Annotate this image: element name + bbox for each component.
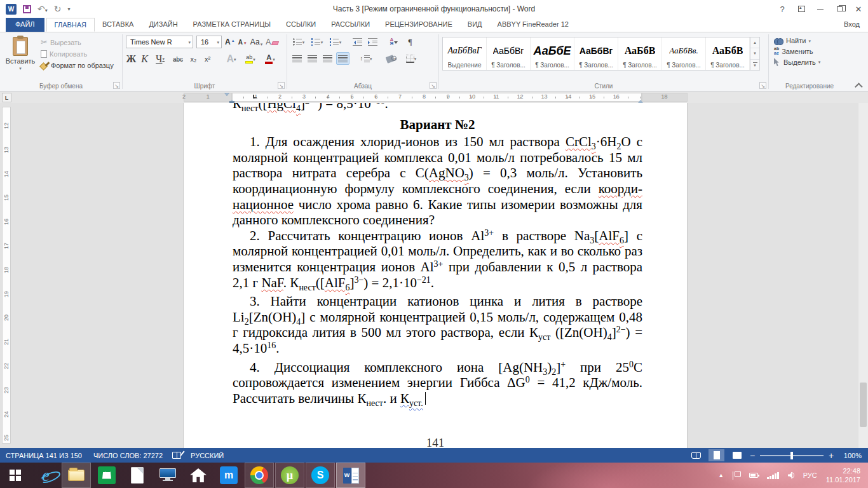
superscript-button[interactable]: x²: [202, 53, 213, 65]
ribbon-display-options-button[interactable]: [792, 1, 811, 17]
shading-button[interactable]: ▾: [383, 52, 400, 65]
shrink-font-button[interactable]: А▼: [238, 39, 247, 46]
proofing-status-icon[interactable]: [172, 452, 181, 459]
clear-formatting-button[interactable]: А: [266, 37, 278, 46]
align-center-button[interactable]: [306, 52, 319, 65]
undo-button[interactable]: ↶▾: [37, 4, 48, 13]
numbering-button[interactable]: ▾: [309, 36, 325, 48]
vertical-scrollbar[interactable]: [858, 103, 868, 448]
select-button[interactable]: Выделить▾: [772, 57, 847, 67]
customize-qat-button[interactable]: ▾: [67, 6, 70, 12]
tab-home[interactable]: ГЛАВНАЯ: [46, 18, 95, 32]
taskbar-chrome[interactable]: [245, 463, 273, 487]
document-page[interactable]: Кнест([HgCl4]2− ) = 8,5·10−16.Вариант №2…: [183, 103, 688, 448]
taskbar-explorer[interactable]: [62, 463, 90, 487]
action-center-icon[interactable]: [733, 471, 740, 480]
font-name-combobox[interactable]: Times New R▾: [126, 36, 193, 48]
tab-mailings[interactable]: РАССЫЛКИ: [323, 18, 377, 32]
paste-button[interactable]: Вставить ▾: [2, 35, 39, 81]
strikethrough-button[interactable]: abc: [171, 53, 185, 65]
justify-button[interactable]: [336, 52, 349, 65]
font-dialog-launcher[interactable]: ↘: [278, 82, 285, 89]
style-item[interactable]: АаБбВг¶ Заголов...: [487, 37, 531, 70]
taskbar-utorrent[interactable]: µ: [276, 463, 304, 487]
horizontal-ruler[interactable]: 211234567891011121314151618: [0, 92, 868, 103]
styles-expand-button[interactable]: ▼: [750, 60, 759, 70]
find-button[interactable]: Найти▾: [772, 36, 847, 45]
zoom-level[interactable]: 100%: [839, 452, 862, 459]
italic-button[interactable]: К: [140, 53, 149, 65]
tab-abbyy[interactable]: ABBYY FineReader 12: [490, 18, 576, 32]
grow-font-button[interactable]: А▲: [225, 37, 235, 46]
read-mode-button[interactable]: [688, 449, 704, 461]
clipboard-dialog-launcher[interactable]: ↘: [113, 82, 120, 89]
show-hidden-icons-button[interactable]: ▲: [718, 472, 724, 478]
battery-icon[interactable]: [749, 473, 758, 478]
font-size-combobox[interactable]: 16▾: [196, 36, 222, 48]
line-spacing-button[interactable]: ↕▾: [356, 52, 376, 65]
style-item[interactable]: АаБбВв.¶ Заголов...: [662, 37, 706, 70]
change-case-button[interactable]: Аа▾: [250, 37, 262, 46]
right-indent-marker[interactable]: [638, 97, 643, 103]
copy-button[interactable]: Копировать: [39, 50, 116, 58]
tab-stop-selector[interactable]: L: [2, 93, 11, 102]
save-button[interactable]: [23, 5, 31, 13]
volume-icon[interactable]: [788, 472, 794, 478]
network-signal-icon[interactable]: [767, 472, 779, 479]
close-button[interactable]: ✕: [849, 1, 868, 17]
replace-button[interactable]: abacЗаменить: [772, 46, 847, 56]
print-layout-button[interactable]: [709, 449, 724, 461]
paragraph-dialog-launcher[interactable]: ↘: [430, 82, 437, 89]
align-left-button[interactable]: [290, 52, 304, 65]
bullets-button[interactable]: ▾: [290, 36, 307, 48]
styles-scroll-up-button[interactable]: ▲: [750, 37, 759, 48]
styles-dialog-launcher[interactable]: ↘: [759, 82, 766, 89]
tab-insert[interactable]: ВСТАВКА: [95, 18, 141, 32]
tab-references[interactable]: ССЫЛКИ: [278, 18, 323, 32]
multilevel-list-button[interactable]: ▾: [327, 36, 344, 48]
taskbar-lenovo[interactable]: [154, 463, 182, 487]
redo-button[interactable]: ↻: [54, 4, 62, 13]
increase-indent-button[interactable]: [366, 36, 379, 48]
style-item[interactable]: АаБбВ¶ Заголов...: [706, 37, 750, 70]
styles-scroll-down-button[interactable]: ▼: [750, 48, 759, 59]
sort-button[interactable]: АЯ: [386, 36, 402, 48]
tab-view[interactable]: ВИД: [460, 18, 490, 32]
taskbar-skype[interactable]: S: [306, 463, 334, 487]
align-right-button[interactable]: [321, 52, 334, 65]
word-count-indicator[interactable]: ЧИСЛО СЛОВ: 27272: [88, 452, 168, 459]
zoom-slider[interactable]: [760, 455, 824, 456]
tab-page-layout[interactable]: РАЗМЕТКА СТРАНИЦЫ: [186, 18, 278, 32]
decrease-indent-button[interactable]: [351, 36, 364, 48]
subscript-button[interactable]: x₂: [188, 53, 199, 65]
first-line-indent-marker[interactable]: [224, 93, 229, 98]
underline-button[interactable]: Ч▾: [153, 53, 168, 65]
minimize-button[interactable]: [811, 1, 830, 17]
style-item[interactable]: АаБбВвГВыделение: [443, 37, 487, 70]
taskbar-maxthon[interactable]: m: [215, 463, 243, 487]
taskbar-ie[interactable]: e: [32, 463, 60, 487]
taskbar-word[interactable]: W: [337, 463, 365, 487]
style-item[interactable]: АаБбЕ¶ Заголов...: [531, 37, 574, 70]
clock[interactable]: 22:4811.01.2017: [826, 466, 860, 485]
format-painter-button[interactable]: Формат по образцу: [39, 61, 116, 70]
input-language-indicator[interactable]: РУС: [803, 471, 817, 479]
cut-button[interactable]: ✂Вырезать: [39, 37, 116, 47]
page-text[interactable]: Кнест([HgCl4]2− ) = 8,5·10−16.Вариант №2…: [233, 103, 642, 406]
zoom-slider-thumb[interactable]: [790, 452, 793, 459]
tab-file[interactable]: ФАЙЛ: [6, 18, 44, 32]
tab-design[interactable]: ДИЗАЙН: [141, 18, 185, 32]
scrollbar-thumb[interactable]: [860, 383, 867, 427]
highlight-color-button[interactable]: ab▾: [242, 53, 259, 65]
taskbar-store[interactable]: [93, 463, 121, 487]
language-indicator[interactable]: РУССКИЙ: [185, 452, 229, 459]
zoom-in-button[interactable]: +: [828, 451, 834, 461]
sign-in-link[interactable]: Вход: [844, 20, 860, 28]
vertical-ruler[interactable]: 1213141516171819202122232425: [2, 107, 11, 444]
show-formatting-marks-button[interactable]: ¶: [403, 36, 417, 48]
tab-review[interactable]: РЕЦЕНЗИРОВАНИЕ: [377, 18, 460, 32]
borders-button[interactable]: ▾: [402, 52, 420, 65]
page-indicator[interactable]: СТРАНИЦА 141 ИЗ 150: [0, 452, 88, 459]
bold-button[interactable]: Ж: [126, 53, 137, 65]
collapse-ribbon-button[interactable]: [855, 83, 863, 91]
